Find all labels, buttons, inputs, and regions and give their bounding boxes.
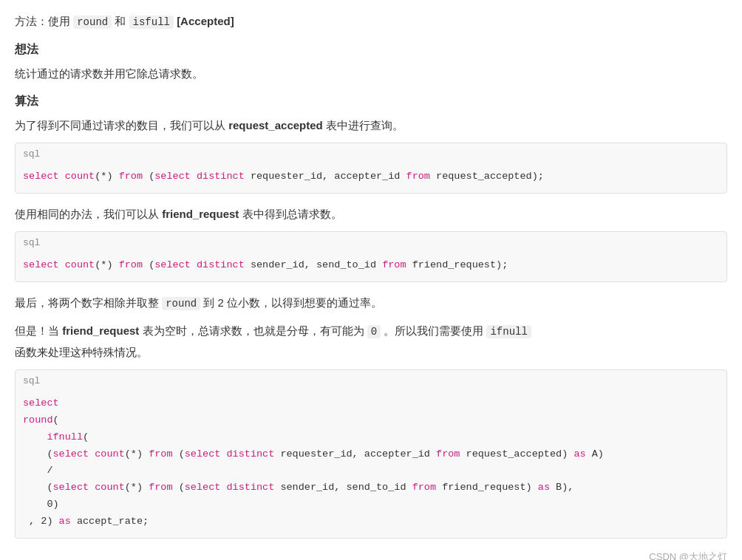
algo-para4-middle2: 。所以我们需要使用 — [384, 324, 486, 337]
friend-request-bold2: friend_request — [62, 324, 139, 337]
algo-para2: 使用相同的办法，我们可以从 friend_request 表中得到总请求数。 — [15, 204, 727, 224]
section-algo-heading: 算法 — [15, 91, 727, 111]
code-block-3: sql select round( ifnull( (select count(… — [15, 369, 727, 539]
section-idea-heading: 想法 — [15, 39, 727, 59]
algo-para2-prefix: 使用相同的办法，我们可以从 — [15, 208, 162, 220]
round-code-title: round — [73, 16, 112, 29]
ifnull-inline-code: ifnull — [486, 325, 531, 338]
algo-para2-suffix: 表中得到总请求数。 — [242, 208, 342, 220]
accepted-badge: [Accepted] — [177, 15, 234, 27]
code-lang-2: sql — [16, 232, 726, 253]
algo-para4-middle1: 表为空时，总请求数，也就是分母，有可能为 — [143, 324, 367, 337]
algo-para1-prefix: 为了得到不同通过请求的数目，我们可以从 — [15, 119, 228, 132]
code-lang-1: sql — [16, 143, 726, 164]
algo-para3-prefix: 最后，将两个数字相除并取整 — [15, 296, 162, 309]
algo-para4-but: 但是！当 — [15, 324, 62, 337]
idea-paragraph: 统计通过的请求数并用它除总请求数。 — [15, 64, 727, 83]
round-inline-code: round — [162, 297, 200, 310]
algo-para3: 最后，将两个数字相除并取整 round 到 2 位小数，以得到想要的通过率。 — [15, 293, 727, 313]
method-label: 方法：使用 — [15, 15, 70, 27]
friend-request-bold: friend_request — [162, 208, 239, 220]
code-lang-3: sql — [16, 370, 726, 391]
algo-para1: 为了得到不同通过请求的数目，我们可以从 request_accepted 表中进… — [15, 115, 727, 135]
watermark: CSDN @大地之灯 — [15, 549, 727, 560]
zero-inline-code: 0 — [367, 325, 381, 338]
isfull-code-title: isfull — [129, 16, 174, 29]
code-block-2: sql select count(*) from (select distinc… — [15, 231, 727, 282]
code-content-3: select round( ifnull( (select count(*) f… — [16, 391, 726, 539]
request-accepted-bold: request_accepted — [228, 119, 323, 132]
code-content-1: select count(*) from (select distinct re… — [16, 164, 726, 193]
algo-para1-suffix: 表中进行查询。 — [326, 119, 404, 132]
algo-para4: 但是！当 friend_request 表为空时，总请求数，也就是分母，有可能为… — [15, 321, 727, 361]
algo-para4-line2: 函数来处理这种特殊情况。 — [15, 346, 148, 358]
page-title: 方法：使用 round 和 isfull [Accepted] — [15, 12, 727, 32]
code-content-2: select count(*) from (select distinct se… — [16, 253, 726, 281]
code-block-1: sql select count(*) from (select distinc… — [15, 143, 727, 194]
and-text: 和 — [115, 15, 129, 27]
algo-para3-suffix: 到 2 位小数，以得到想要的通过率。 — [203, 296, 382, 309]
